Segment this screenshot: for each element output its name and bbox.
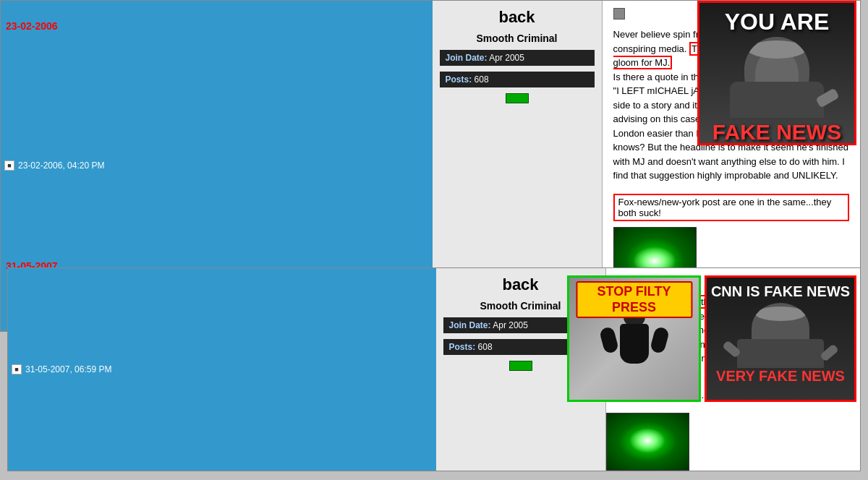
titlebar-icon: ■ [4, 160, 14, 171]
post2-content: Speaking of music, that "sometimes" news… [606, 268, 860, 471]
post2-timestamp: 31-05-2007, 06:59 PM [25, 364, 111, 374]
posts-label: Posts: [446, 74, 472, 85]
post2-join-date-value: Apr 2005 [493, 320, 528, 330]
post1-posts: Posts: 608 [440, 72, 595, 87]
post2-back-label: back [502, 275, 538, 294]
post2-thumbnail [606, 413, 689, 471]
post2-titlebar-icon: ■ [12, 364, 22, 374]
post2-join-date-label: Join Date: [449, 320, 491, 330]
post1-username: Smooth Criminal [477, 33, 558, 44]
post2-thumbnail-glow [629, 428, 665, 453]
cnn-fake-news-image: CNN IS FAKE NEWS VERY FAKE NEWS [705, 275, 856, 402]
fake-news-text: FAKE NEWS [712, 121, 841, 143]
very-fake-text: VERY FAKE NEWS [716, 368, 845, 385]
cnn-is-text: CNN IS FAKE NEWS [711, 283, 850, 299]
post2-container: ■ 31-05-2007, 06:59 PM back Smooth Crimi… [7, 267, 861, 471]
post2-posts-label: Posts: [449, 342, 476, 352]
fox-news-box: Fox-news/new-york post are one in the sa… [613, 194, 849, 221]
post-edit-icon [613, 8, 625, 20]
post2-body: back Smooth Criminal Join Date: Apr 2005… [436, 268, 860, 471]
post1-back-label: back [498, 8, 535, 27]
date-label-1: 23-02-2006 [6, 20, 58, 32]
post2-posts-count: 608 [478, 342, 493, 352]
post2-username: Smooth Criminal [480, 300, 561, 312]
post1-join-date: Join Date: Apr 2005 [440, 50, 595, 66]
posts-count: 608 [475, 74, 489, 85]
post1-timestamp: 23-02-2006, 04:20 PM [18, 160, 104, 171]
fake-news-image: YOU ARE FAKE NEWS [697, 1, 856, 145]
you-are-text: YOU ARE [725, 10, 830, 33]
post1-avatar [506, 93, 529, 103]
cnn-images-area: STOP FILTYPRESS CNN IS FAKE NEWS [567, 275, 856, 402]
fox-news-text: Fox-news/new-york post are one in the sa… [618, 197, 832, 218]
post2-titlebar: ■ 31-05-2007, 06:59 PM [8, 268, 436, 471]
stop-press-text: STOP FILTYPRESS [576, 281, 692, 318]
join-date-value: Apr 2005 [489, 53, 524, 63]
stop-press-image: STOP FILTYPRESS [567, 275, 701, 402]
post1-fake-news-area: YOU ARE FAKE NEWS [697, 1, 860, 145]
join-date-label: Join Date: [446, 53, 488, 63]
post2-avatar [509, 361, 532, 371]
